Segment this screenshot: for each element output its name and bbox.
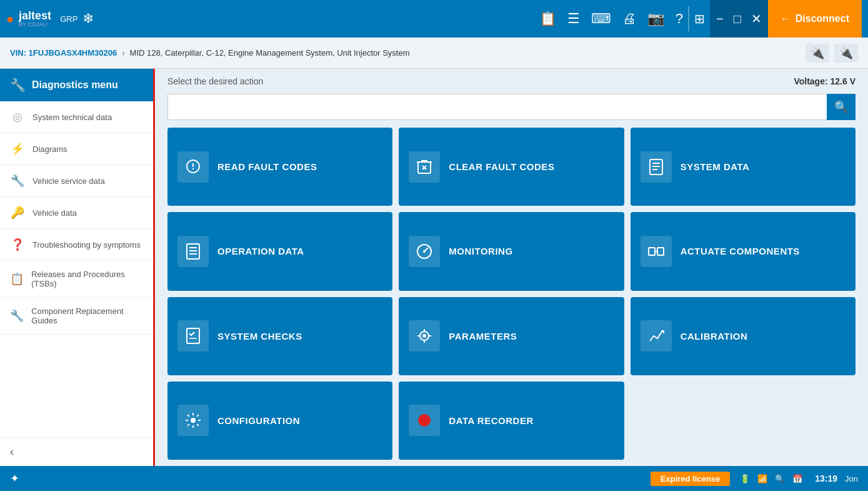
test-icons: 🔌 🔌	[806, 44, 858, 63]
read-fault-codes-icon	[177, 151, 209, 183]
svg-rect-7	[187, 328, 199, 343]
search-button[interactable]: 🔍	[827, 94, 856, 120]
bottom-bar: ✦ Expired license 🔋 📶 🔍 📅 13:19 Jon	[0, 466, 868, 491]
sidebar-item-label: Diagrams	[32, 144, 67, 154]
troubleshooting-icon: ❓	[10, 238, 25, 251]
bottom-status-icons: 🔋 📶 🔍 📅 13:19 Jon	[740, 473, 858, 483]
maximize-button[interactable]: □	[734, 12, 741, 26]
list-icon[interactable]: ☰	[567, 11, 580, 27]
sidebar-item-label: Vehicle data	[32, 208, 77, 218]
wifi-icon: 📶	[757, 474, 767, 483]
top-header: ● jaltest BY COJALI GRP ❄ 📋 ☰ ⌨ 🖨 📷 ? ⊞ …	[0, 0, 868, 38]
vehicle-service-icon: 🔧	[10, 174, 25, 188]
system-checks-tile[interactable]: SYSTEM CHECKS	[167, 297, 392, 375]
parameters-tile[interactable]: PARAMETERS	[399, 297, 624, 375]
sidebar-item-releases[interactable]: 📋 Releases and Procedures (TSBs)	[0, 261, 153, 298]
data-recorder-tile[interactable]: DATA RECORDER	[399, 382, 624, 460]
actuate-components-label: ACTUATE COMPONENTS	[681, 246, 800, 256]
system-checks-icon	[177, 320, 209, 352]
camera-icon[interactable]: 📷	[647, 11, 664, 27]
test-icon-1[interactable]: 🔌	[806, 44, 829, 63]
parameters-label: PARAMETERS	[449, 331, 517, 342]
expired-license-badge: Expired license	[651, 472, 730, 486]
vehicle-data-icon: 🔑	[10, 206, 25, 220]
system-data-icon	[641, 151, 672, 183]
operation-data-label: OPERATION DATA	[217, 246, 304, 256]
voltage-label: Voltage:	[794, 76, 827, 86]
monitoring-tile[interactable]: MONITORING	[399, 212, 624, 290]
operation-data-icon	[177, 236, 209, 267]
logo-block: jaltest BY COJALI	[19, 10, 51, 28]
sidebar-item-label: Component Replacement Guides	[31, 306, 143, 325]
breadcrumb-vin[interactable]: VIN: 1FUJBGASX4HM30206	[10, 48, 117, 58]
window-controls: − □ ✕	[710, 0, 768, 38]
operation-data-tile[interactable]: OPERATION DATA	[167, 212, 392, 290]
component-icon: 🔧	[10, 309, 24, 323]
close-button[interactable]: ✕	[751, 11, 762, 26]
minimize-button[interactable]: −	[716, 12, 724, 26]
test-icon-2[interactable]: 🔌	[834, 44, 858, 63]
battery-icon: 🔋	[740, 474, 750, 483]
content-header: Select the desired action Voltage: 12.6 …	[155, 69, 868, 94]
system-checks-label: SYSTEM CHECKS	[217, 331, 302, 342]
system-data-tile[interactable]: SYSTEM DATA	[631, 128, 856, 206]
parameters-icon	[409, 320, 440, 352]
main-layout: 🔧 Diagnostics menu ◎ System technical da…	[0, 69, 868, 466]
grid-icon[interactable]: ⊞	[694, 11, 705, 26]
voltage-value: 12.6 V	[831, 76, 856, 86]
sidebar-header: 🔧 Diagnostics menu	[0, 69, 153, 101]
data-recorder-label: DATA RECORDER	[449, 415, 533, 426]
svg-point-4	[423, 250, 426, 253]
select-action-text: Select the desired action	[167, 76, 263, 86]
sidebar-item-troubleshooting[interactable]: ❓ Troubleshooting by symptoms	[0, 229, 153, 261]
back-arrow-icon: ←	[781, 13, 791, 24]
logo-dot: ●	[6, 12, 14, 26]
configuration-tile[interactable]: CONFIGURATION	[167, 382, 392, 460]
sidebar-collapse-button[interactable]: ‹	[0, 437, 153, 466]
empty-tile	[631, 382, 856, 460]
sidebar-item-vehicle-service-data[interactable]: 🔧 Vehicle service data	[0, 165, 153, 197]
svg-rect-5	[649, 248, 655, 255]
sidebar-header-label: Diagnostics menu	[32, 79, 118, 91]
calibration-icon	[641, 320, 672, 352]
calendar-icon: 📅	[792, 474, 802, 483]
disconnect-label: Disconnect	[796, 13, 849, 24]
svg-point-10	[191, 418, 196, 423]
print-icon[interactable]: 🖨	[622, 11, 636, 27]
search-icon: 🔍	[834, 100, 848, 114]
clear-fault-codes-label: CLEAR FAULT CODES	[449, 161, 554, 172]
voltage-text: Voltage: 12.6 V	[794, 76, 856, 86]
bluetooth-icon: ✦	[10, 472, 19, 485]
system-data-icon: ◎	[10, 110, 25, 124]
data-recorder-icon	[409, 405, 440, 436]
sidebar-item-diagrams[interactable]: ⚡ Diagrams	[0, 133, 153, 165]
actuate-components-tile[interactable]: ACTUATE COMPONENTS	[631, 212, 856, 290]
read-fault-codes-tile[interactable]: READ FAULT CODES	[167, 128, 392, 206]
releases-icon: 📋	[10, 272, 24, 286]
content-area: Select the desired action Voltage: 12.6 …	[155, 69, 868, 466]
sidebar-item-label: System technical data	[32, 113, 112, 122]
grp-label: GRP	[60, 14, 77, 24]
read-fault-codes-label: READ FAULT CODES	[217, 161, 317, 172]
search-input[interactable]	[167, 94, 827, 120]
breadcrumb-bar: VIN: 1FUJBGASX4HM30206 › MID 128, Caterp…	[0, 38, 868, 69]
calibration-tile[interactable]: CALIBRATION	[631, 297, 856, 375]
help-icon[interactable]: ?	[676, 11, 683, 27]
disconnect-button[interactable]: ← Disconnect	[768, 0, 862, 38]
clipboard-icon[interactable]: 📋	[539, 11, 556, 27]
configuration-label: CONFIGURATION	[217, 415, 300, 426]
sidebar-item-label: Troubleshooting by symptoms	[32, 240, 141, 250]
svg-point-11	[418, 414, 431, 427]
sidebar-item-system-technical-data[interactable]: ◎ System technical data	[0, 101, 153, 133]
svg-rect-6	[657, 248, 664, 255]
sidebar: 🔧 Diagnostics menu ◎ System technical da…	[0, 69, 155, 466]
sidebar-item-label: Releases and Procedures (TSBs)	[31, 270, 143, 288]
keyboard-icon[interactable]: ⌨	[591, 11, 611, 27]
diagnostics-icon: 🔧	[10, 78, 26, 93]
svg-point-9	[422, 334, 426, 338]
clear-fault-codes-tile[interactable]: CLEAR FAULT CODES	[399, 128, 624, 206]
diagrams-icon: ⚡	[10, 142, 25, 156]
clear-fault-codes-icon	[409, 151, 440, 183]
sidebar-item-vehicle-data[interactable]: 🔑 Vehicle data	[0, 197, 153, 229]
sidebar-item-component-replacement[interactable]: 🔧 Component Replacement Guides	[0, 298, 153, 335]
